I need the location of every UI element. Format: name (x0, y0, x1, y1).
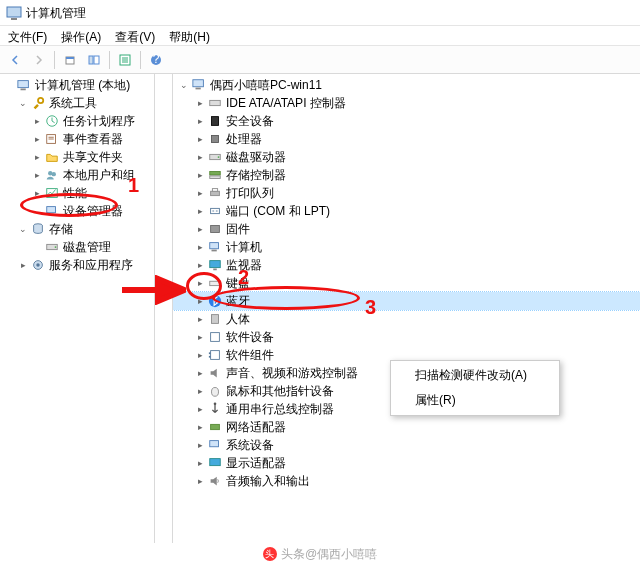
svg-rect-5 (94, 56, 99, 64)
tree-label: 端口 (COM 和 LPT) (226, 202, 330, 220)
expander-icon[interactable]: ▸ (193, 168, 207, 182)
expander-icon[interactable]: ▸ (30, 132, 44, 146)
dev-software-dev[interactable]: ▸软件设备 (173, 328, 640, 346)
expander-icon[interactable]: ▸ (193, 438, 207, 452)
tree-event-viewer[interactable]: ▸ 事件查看器 (0, 130, 154, 148)
dev-monitor[interactable]: ▸监视器 (173, 256, 640, 274)
expander-icon[interactable]: ▸ (193, 420, 207, 434)
window-title: 计算机管理 (26, 4, 86, 22)
svg-point-49 (214, 402, 217, 405)
expander-icon[interactable]: ▸ (193, 132, 207, 146)
expander-icon[interactable]: ▸ (193, 240, 207, 254)
tree-label: 磁盘驱动器 (226, 148, 286, 166)
expander-icon[interactable]: ▸ (16, 258, 30, 272)
expander-icon[interactable]: ⌄ (16, 222, 30, 236)
expander-icon[interactable]: ▸ (30, 168, 44, 182)
expander-icon[interactable]: ▸ (193, 150, 207, 164)
pane-divider[interactable] (155, 74, 173, 543)
separator (54, 51, 55, 69)
expander-icon[interactable]: ▸ (30, 114, 44, 128)
ctx-scan-hardware[interactable]: 扫描检测硬件改动(A) (391, 363, 559, 388)
tree-shared-folders[interactable]: ▸ 共享文件夹 (0, 148, 154, 166)
expander-icon[interactable]: ▸ (193, 456, 207, 470)
up-button[interactable] (59, 49, 81, 71)
refresh-button[interactable] (114, 49, 136, 71)
tree-root[interactable]: ▸ 计算机管理 (本地) (0, 76, 154, 94)
tree-device-manager[interactable]: ▸ 设备管理器 (0, 202, 154, 220)
tree-system-tools[interactable]: ⌄ 系统工具 (0, 94, 154, 112)
svg-rect-33 (211, 191, 220, 195)
dev-display[interactable]: ▸显示适配器 (173, 454, 640, 472)
ctx-properties[interactable]: 属性(R) (391, 388, 559, 413)
tree-local-users[interactable]: ▸ 本地用户和组 (0, 166, 154, 184)
tree-task-scheduler[interactable]: ▸ 任务计划程序 (0, 112, 154, 130)
show-hide-button[interactable] (83, 49, 105, 71)
expander-icon[interactable]: ▸ (193, 330, 207, 344)
menu-view[interactable]: 查看(V) (109, 28, 161, 43)
tree-disk-mgmt[interactable]: ▸ 磁盘管理 (0, 238, 154, 256)
svg-rect-41 (210, 281, 221, 285)
dev-disk-drive[interactable]: ▸磁盘驱动器 (173, 148, 640, 166)
users-icon (44, 167, 60, 183)
dev-ide[interactable]: ▸IDE ATA/ATAPI 控制器 (173, 94, 640, 112)
dev-bluetooth[interactable]: ▸蓝牙 (173, 292, 640, 310)
tree-label: 系统工具 (49, 94, 97, 112)
dev-system[interactable]: ▸系统设备 (173, 436, 640, 454)
svg-rect-37 (210, 243, 219, 249)
expander-icon[interactable]: ▸ (193, 204, 207, 218)
menu-action[interactable]: 操作(A) (55, 28, 107, 43)
forward-button[interactable] (28, 49, 50, 71)
dev-ports[interactable]: ▸端口 (COM 和 LPT) (173, 202, 640, 220)
tree-label: 计算机 (226, 238, 262, 256)
expander-icon[interactable]: ▸ (193, 222, 207, 236)
dev-security[interactable]: ▸安全设备 (173, 112, 640, 130)
expander-icon[interactable]: ▸ (193, 294, 207, 308)
expander-icon[interactable]: ▸ (193, 384, 207, 398)
tree-label: IDE ATA/ATAPI 控制器 (226, 94, 346, 112)
dev-keyboard[interactable]: ▸键盘 (173, 274, 640, 292)
dev-hid[interactable]: ▸人体 (173, 310, 640, 328)
expander-icon[interactable]: ▸ (193, 312, 207, 326)
expander-icon[interactable]: ▸ (193, 186, 207, 200)
expander-icon[interactable]: ▸ (193, 114, 207, 128)
tree-services-apps[interactable]: ▸ 服务和应用程序 (0, 256, 154, 274)
expander-icon[interactable]: ▸ (193, 258, 207, 272)
dev-print-queue[interactable]: ▸打印队列 (173, 184, 640, 202)
storage-ctrl-icon (207, 167, 223, 183)
tree-label: 任务计划程序 (63, 112, 135, 130)
dev-network[interactable]: ▸网络适配器 (173, 418, 640, 436)
tree-label: 声音、视频和游戏控制器 (226, 364, 358, 382)
dev-cpu[interactable]: ▸处理器 (173, 130, 640, 148)
expander-icon[interactable]: ▸ (30, 150, 44, 164)
expander-icon[interactable]: ▸ (193, 276, 207, 290)
tools-icon (30, 95, 46, 111)
audio-icon (207, 473, 223, 489)
app-icon (6, 5, 22, 21)
display-icon (207, 455, 223, 471)
right-pane: ⌄ 偶西小嘻嘻PC-win11 ▸IDE ATA/ATAPI 控制器 ▸安全设备… (173, 74, 640, 543)
dev-computer[interactable]: ▸计算机 (173, 238, 640, 256)
device-host[interactable]: ⌄ 偶西小嘻嘻PC-win11 (173, 76, 640, 94)
tree-storage[interactable]: ⌄ 存储 (0, 220, 154, 238)
tree-label: 处理器 (226, 130, 262, 148)
svg-rect-50 (211, 424, 220, 429)
expander-icon[interactable]: ▸ (193, 366, 207, 380)
dev-audio[interactable]: ▸音频输入和输出 (173, 472, 640, 490)
storage-icon (30, 221, 46, 237)
expander-icon[interactable]: ⌄ (177, 78, 191, 92)
dev-firmware[interactable]: ▸固件 (173, 220, 640, 238)
back-button[interactable] (4, 49, 26, 71)
svg-point-21 (55, 246, 57, 248)
expander-icon[interactable]: ▸ (30, 186, 44, 200)
dev-storage-ctrl[interactable]: ▸存储控制器 (173, 166, 640, 184)
tree-performance[interactable]: ▸ 性能 (0, 184, 154, 202)
expander-icon[interactable]: ▸ (193, 474, 207, 488)
tree-label: 软件设备 (226, 328, 274, 346)
expander-icon[interactable]: ▸ (193, 96, 207, 110)
expander-icon[interactable]: ▸ (193, 348, 207, 362)
menu-file[interactable]: 文件(F) (2, 28, 53, 43)
expander-icon[interactable]: ⌄ (16, 96, 30, 110)
help-button[interactable]: ? (145, 49, 167, 71)
menu-help[interactable]: 帮助(H) (163, 28, 216, 43)
expander-icon[interactable]: ▸ (193, 402, 207, 416)
